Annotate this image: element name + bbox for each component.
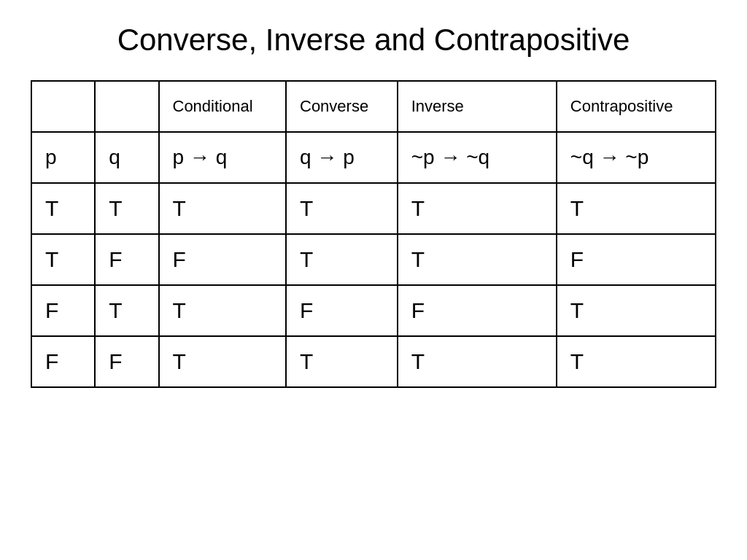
cell-converse-2: F [286,285,398,336]
cell-converse-0: T [286,183,398,234]
header-converse: Converse [286,81,398,132]
table-row: FTTFFT [31,285,716,336]
table-row: TTTTTT [31,183,716,234]
cell-p-3: F [31,336,95,387]
subheader-row: p q p → q q → p ~p → ~q ~q → ~p [31,132,716,183]
subheader-contrapositive: ~q → ~p [557,132,716,183]
cell-contrapositive-0: T [557,183,716,234]
cell-q-3: F [95,336,158,387]
table-row: TFFTTF [31,234,716,285]
table-body: TTTTTTTFFTTFFTTFFTFFTTTT [31,183,716,387]
header-inverse: Inverse [398,81,557,132]
cell-q-2: T [95,285,158,336]
header-empty-q [95,81,158,132]
subheader-conditional: p → q [159,132,287,183]
cell-q-0: T [95,183,158,234]
page-title: Converse, Inverse and Contrapositive [117,22,630,58]
cell-inverse-1: T [398,234,557,285]
cell-contrapositive-1: F [557,234,716,285]
cell-p-0: T [31,183,95,234]
subheader-inverse: ~p → ~q [398,132,557,183]
cell-conditional-1: F [159,234,287,285]
cell-converse-1: T [286,234,398,285]
cell-inverse-0: T [398,183,557,234]
subheader-converse: q → p [286,132,398,183]
cell-conditional-0: T [159,183,287,234]
truth-table: Conditional Converse Inverse Contraposit… [31,80,716,388]
cell-q-1: F [95,234,158,285]
cell-inverse-2: F [398,285,557,336]
table-row: FFTTTT [31,336,716,387]
header-contrapositive: Contrapositive [557,81,716,132]
cell-conditional-2: T [159,285,287,336]
cell-conditional-3: T [159,336,287,387]
cell-p-1: T [31,234,95,285]
header-conditional: Conditional [159,81,287,132]
header-row-labels: Conditional Converse Inverse Contraposit… [31,81,716,132]
header-empty-p [31,81,95,132]
subheader-p: p [31,132,95,183]
cell-contrapositive-2: T [557,285,716,336]
cell-inverse-3: T [398,336,557,387]
cell-contrapositive-3: T [557,336,716,387]
cell-p-2: F [31,285,95,336]
cell-converse-3: T [286,336,398,387]
subheader-q: q [95,132,158,183]
